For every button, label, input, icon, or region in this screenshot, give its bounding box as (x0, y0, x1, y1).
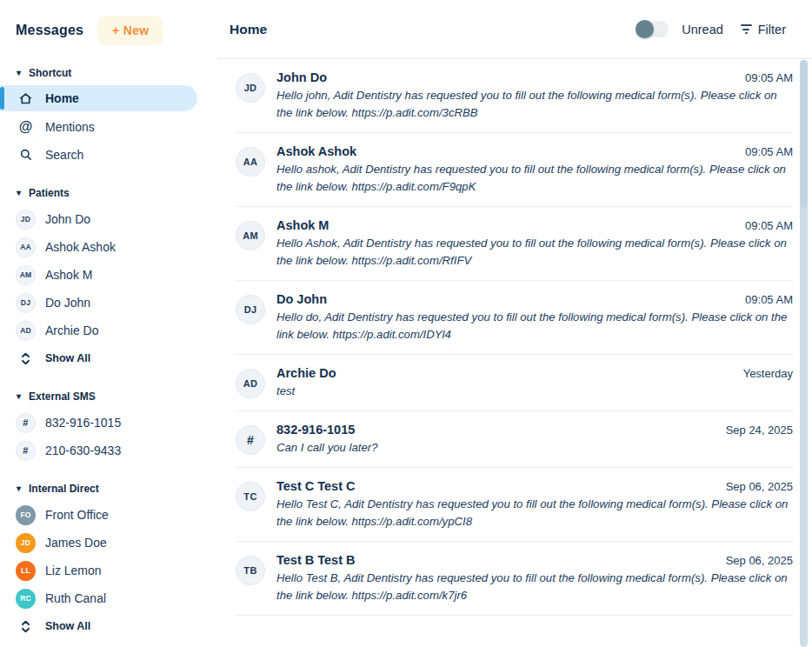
filter-icon (741, 24, 752, 34)
avatar: TB (236, 556, 265, 585)
patient-name: Ashok M (45, 268, 92, 282)
member-name: Front Office (45, 508, 109, 522)
message-row[interactable]: AA Ashok Ashok09:05 AM Hello ashok, Adit… (236, 133, 793, 207)
row-body: Test C Test CSep 06, 2025 Hello Test C, … (276, 479, 793, 530)
sender-name: John Do (276, 70, 327, 84)
collapse-triangle-icon: ▾ (17, 392, 21, 401)
sidebar-item-patient[interactable]: AM Ashok M (0, 261, 217, 289)
sidebar-title: Messages (16, 23, 83, 38)
sidebar-header: Messages + New (0, 14, 217, 49)
filter-button[interactable]: Filter (741, 23, 786, 37)
message-list: JD John Do09:05 AM Hello john, Adit Dent… (217, 59, 793, 616)
sidebar-item-team-member[interactable]: RC Ruth Canal (0, 584, 217, 612)
row-body: Do John09:05 AM Hello do, Adit Dentistry… (276, 292, 793, 344)
patient-name: Do John (45, 296, 90, 310)
timestamp: 09:05 AM (745, 219, 793, 232)
avatar: DJ (16, 293, 36, 313)
avatar: AA (16, 237, 36, 257)
sidebar-item-team-member[interactable]: LL Liz Lemon (0, 557, 217, 584)
section-label: Patients (29, 187, 70, 199)
message-row[interactable]: AM Ashok M09:05 AM Hello Ashok, Adit Den… (236, 207, 793, 281)
patient-name: John Do (45, 212, 90, 226)
avatar: AM (236, 221, 265, 250)
sidebar-item-patient[interactable]: JD John Do (0, 205, 217, 233)
sender-name: Ashok Ashok (276, 144, 356, 158)
show-all-patients-button[interactable]: Show All (0, 344, 217, 372)
row-body: Ashok Ashok09:05 AM Hello ashok, Adit De… (276, 144, 793, 196)
member-name: Liz Lemon (45, 564, 102, 577)
row-body: 832-916-1015Sep 24, 2025 Can I call you … (276, 423, 793, 457)
sidebar-item-sms-number[interactable]: # 210-630-9433 (0, 437, 217, 464)
avatar: AM (16, 265, 36, 285)
message-row[interactable]: # 832-916-1015Sep 24, 2025 Can I call yo… (236, 411, 793, 468)
sidebar-item-patient[interactable]: DJ Do John (0, 289, 217, 317)
sidebar-item-patient[interactable]: AA Ashok Ashok (0, 233, 217, 261)
sms-number: 210-630-9433 (45, 444, 121, 457)
section-label: Shortcut (29, 67, 71, 79)
message-preview: test (276, 383, 793, 400)
timestamp: 09:05 AM (745, 71, 793, 84)
sidebar-item-label: Home (45, 91, 79, 105)
hash-avatar: # (236, 425, 265, 455)
unfold-icon (16, 620, 36, 633)
member-name: Ruth Canal (45, 591, 106, 605)
scrollbar-thumb[interactable] (800, 60, 808, 208)
message-preview: Hello do, Adit Dentistry has requested y… (276, 309, 793, 344)
new-message-button[interactable]: + New (97, 16, 163, 45)
avatar: FO (16, 505, 36, 525)
message-preview: Can I call you later? (276, 439, 793, 457)
avatar: JD (236, 73, 265, 103)
section-label: Internal Direct (29, 483, 99, 495)
search-icon (16, 145, 36, 165)
avatar: JD (16, 533, 36, 553)
show-all-internal-button[interactable]: Show All (0, 612, 217, 640)
patient-name: Ashok Ashok (45, 240, 116, 254)
sender-name: Test B Test B (276, 553, 356, 567)
sender-name: Ashok M (276, 218, 329, 232)
header-controls: Unread Filter (636, 21, 786, 37)
sidebar-item-team-member[interactable]: JD James Doe (0, 529, 217, 557)
section-header-patients[interactable]: ▾ Patients (0, 187, 217, 199)
row-body: Archie DoYesterday test (276, 366, 793, 400)
patient-name: Archie Do (45, 324, 98, 337)
message-row[interactable]: TC Test C Test CSep 06, 2025 Hello Test … (236, 468, 793, 542)
page-title: Home (230, 22, 267, 37)
hash-avatar: # (16, 441, 36, 461)
toggle-knob (636, 20, 654, 38)
timestamp: Sep 06, 2025 (726, 480, 793, 493)
avatar: LL (16, 561, 36, 581)
home-icon (16, 89, 36, 109)
row-body: John Do09:05 AM Hello john, Adit Dentist… (276, 70, 793, 122)
show-all-label: Show All (45, 620, 90, 632)
avatar: RC (16, 589, 36, 609)
message-preview: Hello ashok, Adit Dentistry has requeste… (276, 161, 793, 196)
unread-toggle[interactable] (636, 21, 669, 37)
timestamp: 09:05 AM (745, 293, 793, 306)
avatar: TC (236, 482, 265, 511)
message-row[interactable]: DJ Do John09:05 AM Hello do, Adit Dentis… (236, 281, 793, 355)
sidebar-item-team-member[interactable]: FO Front Office (0, 501, 217, 529)
sender-name: 832-916-1015 (276, 423, 355, 437)
sidebar-item-sms-number[interactable]: # 832-916-1015 (0, 409, 217, 437)
scrollbar[interactable] (800, 60, 808, 647)
collapse-triangle-icon: ▾ (17, 189, 21, 197)
sidebar-item-patient[interactable]: AD Archie Do (0, 317, 217, 344)
section-header-internal-direct[interactable]: ▾ Internal Direct (0, 483, 217, 495)
collapse-triangle-icon: ▾ (17, 484, 21, 493)
message-row[interactable]: AD Archie DoYesterday test (236, 355, 793, 411)
sidebar-item-search[interactable]: Search (0, 141, 217, 169)
section-header-external-sms[interactable]: ▾ External SMS (0, 390, 217, 403)
member-name: James Doe (45, 536, 107, 550)
timestamp: 09:05 AM (745, 145, 793, 158)
avatar: JD (16, 210, 36, 230)
section-header-shortcut[interactable]: ▾ Shortcut (0, 67, 217, 79)
unfold-icon (16, 352, 36, 365)
message-row[interactable]: JD John Do09:05 AM Hello john, Adit Dent… (236, 59, 793, 133)
message-row[interactable]: TB Test B Test BSep 06, 2025 Hello Test … (236, 542, 793, 616)
avatar: AD (16, 321, 36, 341)
avatar: AA (236, 147, 265, 177)
sidebar-item-home[interactable]: Home (0, 85, 197, 111)
sidebar-item-mentions[interactable]: @ Mentions (0, 113, 217, 141)
timestamp: Yesterday (743, 367, 793, 380)
sender-name: Archie Do (276, 366, 336, 380)
